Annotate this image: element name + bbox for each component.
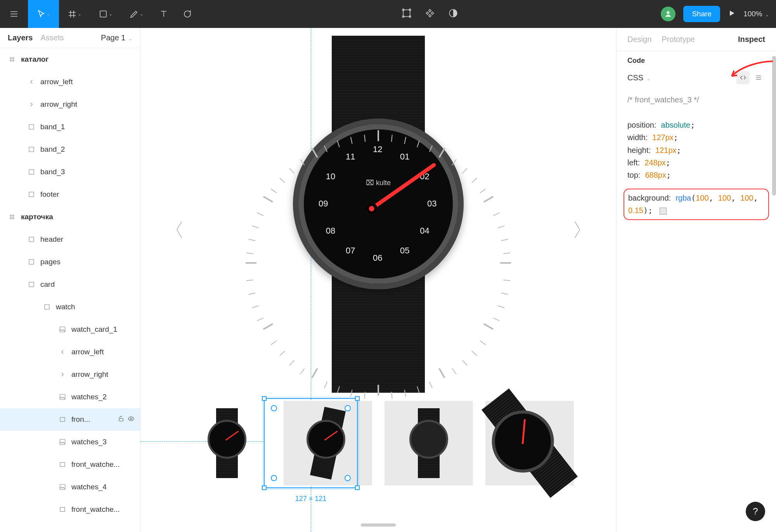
page-selector[interactable]: Page 1 ⌄: [101, 33, 132, 42]
layer-arrow-right-2[interactable]: arrow_right: [0, 363, 140, 386]
components-icon[interactable]: [425, 8, 435, 20]
image-icon: [58, 438, 67, 446]
thumb-1[interactable]: [183, 401, 271, 485]
layer-watches-2[interactable]: watches_2: [0, 386, 140, 408]
move-tool-icon[interactable]: ⌄: [28, 0, 59, 28]
frame-catalog[interactable]: каталог: [0, 48, 140, 71]
svg-rect-12: [29, 237, 34, 242]
annotation-arrow-icon: [727, 59, 774, 82]
tab-layers[interactable]: Layers: [8, 33, 33, 42]
group-icon: [43, 303, 51, 311]
share-button[interactable]: Share: [683, 6, 720, 22]
unlock-icon[interactable]: [118, 415, 125, 424]
svg-rect-14: [29, 282, 34, 287]
svg-rect-13: [29, 260, 34, 264]
code-language-select[interactable]: CSS ⌄: [627, 73, 650, 82]
rectangle-icon: [58, 415, 67, 424]
help-button[interactable]: ?: [746, 502, 765, 521]
carousel-next-icon[interactable]: [570, 218, 585, 241]
present-icon[interactable]: [728, 9, 736, 19]
rectangle-icon: [58, 460, 67, 469]
layer-watches-3[interactable]: watches_3: [0, 431, 140, 453]
tab-assets[interactable]: Assets: [41, 33, 64, 42]
frame-tool-icon[interactable]: ⌄: [59, 0, 90, 28]
svg-point-7: [667, 11, 670, 14]
layer-arrow-left-2[interactable]: arrow_left: [0, 341, 140, 363]
selection-size-label: 127 × 121: [295, 495, 327, 503]
color-swatch[interactable]: [660, 208, 667, 215]
svg-rect-15: [45, 305, 49, 309]
image-icon: [58, 483, 67, 491]
layer-pages[interactable]: pages: [0, 251, 140, 273]
frame-icon: [8, 213, 16, 221]
group-icon: [27, 280, 36, 289]
layer-band2[interactable]: band_2: [0, 138, 140, 161]
chevron-left-icon: [27, 78, 36, 86]
svg-point-20: [130, 418, 132, 419]
shape-tool-icon[interactable]: ⌄: [90, 0, 121, 28]
group-icon: [27, 123, 36, 131]
tab-design[interactable]: Design: [627, 35, 651, 44]
comment-tool-icon[interactable]: [175, 0, 199, 28]
layers-panel: Layers Assets Page 1 ⌄ каталог arrow_lef…: [0, 28, 140, 532]
inspect-panel: Design Prototype Inspect Code CSS ⌄ /* f…: [616, 28, 776, 532]
image-icon: [58, 325, 67, 334]
layer-watches-4[interactable]: watches_4: [0, 476, 140, 498]
pen-tool-icon[interactable]: ⌄: [121, 0, 152, 28]
text-tool-icon[interactable]: [152, 0, 175, 28]
group-icon: [27, 190, 36, 199]
layer-arrow-left[interactable]: arrow_left: [0, 71, 140, 93]
hero-watch-image: ⌧ kulte 120102030405060708091011: [289, 36, 468, 393]
hamburger-menu-icon[interactable]: [0, 0, 28, 28]
frame-card[interactable]: карточка: [0, 206, 140, 228]
rectangle-icon: [58, 505, 67, 514]
css-code-block[interactable]: /* front_watches_3 */ position: absolute…: [617, 90, 776, 185]
zoom-level[interactable]: 100% ⌄: [743, 10, 769, 18]
eye-icon[interactable]: [128, 415, 135, 424]
layer-front-watches-b[interactable]: front_watche...: [0, 498, 140, 521]
selection-box[interactable]: 127 × 121: [264, 398, 358, 488]
tab-prototype[interactable]: Prototype: [662, 35, 695, 44]
mask-icon[interactable]: [448, 8, 458, 20]
thumbnail-row: [183, 401, 574, 485]
select-group-icon[interactable]: [402, 8, 412, 20]
svg-rect-8: [29, 125, 34, 129]
layer-front-watches-a[interactable]: front_watche...: [0, 453, 140, 476]
layer-band3[interactable]: band_3: [0, 161, 140, 183]
svg-rect-9: [29, 147, 34, 152]
carousel-prev-icon[interactable]: [171, 218, 187, 241]
svg-rect-11: [29, 192, 34, 197]
canvas-scroll-indicator[interactable]: [361, 523, 396, 527]
svg-rect-18: [60, 418, 65, 422]
svg-rect-19: [119, 418, 123, 421]
layer-header[interactable]: header: [0, 228, 140, 251]
layer-arrow-right[interactable]: arrow_right: [0, 93, 140, 116]
group-icon: [27, 235, 36, 244]
group-icon: [27, 168, 36, 176]
layer-band1[interactable]: band_1: [0, 116, 140, 138]
svg-rect-16: [60, 327, 65, 332]
layer-watch[interactable]: watch: [0, 296, 140, 318]
svg-rect-10: [29, 170, 34, 174]
tab-inspect[interactable]: Inspect: [738, 35, 765, 44]
user-avatar-icon[interactable]: [661, 7, 676, 21]
svg-rect-24: [60, 508, 65, 512]
thumb-4[interactable]: [485, 401, 574, 485]
chevron-right-icon: [27, 100, 36, 109]
layer-front-watches-selected[interactable]: fron...: [0, 408, 140, 431]
layer-footer[interactable]: footer: [0, 183, 140, 206]
layer-card[interactable]: card: [0, 273, 140, 296]
chevron-left-icon: [58, 348, 67, 356]
top-toolbar: ⌄ ⌄ ⌄ ⌄ Share 100% ⌄: [0, 0, 776, 28]
canvas[interactable]: ⌧ kulte 120102030405060708091011 127 × 1…: [140, 28, 616, 532]
chevron-right-icon: [58, 370, 67, 379]
layer-watch-card-1[interactable]: watch_card_1: [0, 318, 140, 341]
svg-rect-23: [60, 484, 65, 490]
svg-rect-1: [403, 10, 410, 16]
svg-rect-22: [60, 463, 65, 467]
svg-rect-0: [100, 11, 106, 17]
frame-icon: [8, 55, 16, 64]
highlighted-css-background: background: rgba(100, 100, 100, 0.15);: [624, 189, 769, 220]
thumb-3[interactable]: [385, 401, 473, 485]
group-icon: [27, 145, 36, 154]
